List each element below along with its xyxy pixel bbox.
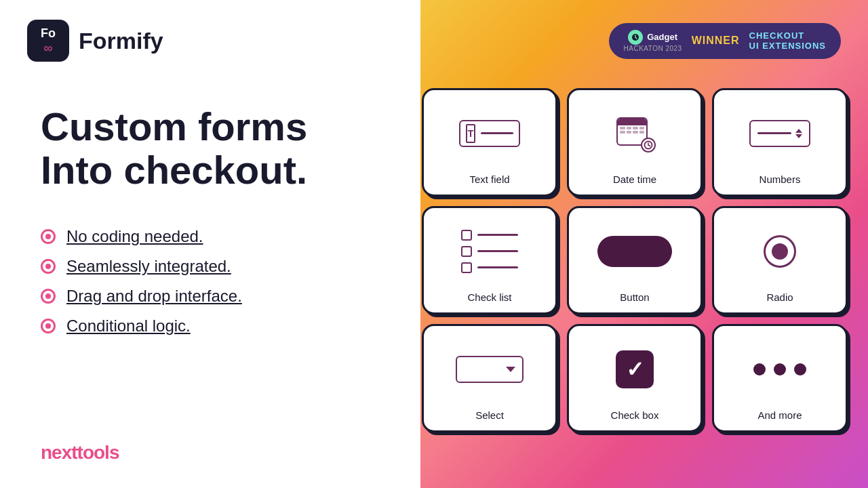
gadget-info: Gadget HACKATON 2023 bbox=[624, 30, 682, 52]
gadget-subtitle: HACKATON 2023 bbox=[624, 45, 682, 52]
hero-line2: Into checkout. bbox=[41, 148, 307, 192]
dot-icon bbox=[794, 363, 806, 375]
component-card-numbers: Numbers bbox=[712, 88, 848, 197]
logo-icon: Fo ∞ bbox=[27, 20, 69, 62]
bullet-icon bbox=[41, 229, 56, 244]
feature-label: No coding needed. bbox=[66, 227, 203, 246]
logo-letters: Fo bbox=[41, 27, 56, 39]
dot-icon bbox=[774, 363, 786, 375]
component-card-button: Button bbox=[567, 206, 703, 314]
app-name: Formify bbox=[79, 28, 163, 54]
checkmark-icon: ✓ bbox=[626, 357, 644, 382]
list-item: Drag and drop interface. bbox=[41, 287, 242, 306]
date-time-icon bbox=[616, 100, 653, 167]
component-label: Radio bbox=[766, 291, 793, 303]
component-label: And more bbox=[757, 409, 802, 421]
button-icon bbox=[597, 218, 672, 285]
bottom-brand: nexttools bbox=[41, 442, 119, 464]
checklist-line-icon bbox=[477, 234, 518, 236]
select-icon bbox=[456, 336, 524, 403]
component-card-and-more: And more bbox=[712, 324, 848, 432]
winner-badge: Gadget HACKATON 2023 WINNER CHECKOUT UI … bbox=[609, 23, 841, 59]
checklist-row bbox=[461, 230, 518, 241]
component-label: Check list bbox=[467, 291, 511, 303]
checkbox-square-icon bbox=[461, 262, 472, 273]
checklist-line-icon bbox=[477, 266, 518, 268]
component-card-select: Select bbox=[422, 324, 557, 432]
dots-icon bbox=[753, 363, 806, 375]
and-more-icon bbox=[753, 336, 806, 403]
checkout-label: CHECKOUT UI EXTENSIONS bbox=[749, 30, 826, 51]
text-line-icon bbox=[481, 132, 513, 134]
text-cursor-icon: T bbox=[466, 124, 475, 143]
hero-heading: Custom forms Into checkout. bbox=[41, 105, 307, 192]
component-label: Select bbox=[475, 409, 504, 421]
checklist-row bbox=[461, 246, 518, 257]
main-heading: Custom forms Into checkout. bbox=[41, 105, 307, 192]
arrow-up-icon bbox=[795, 129, 802, 133]
logo-area: Fo ∞ Formify bbox=[27, 20, 163, 62]
bullet-icon bbox=[41, 319, 56, 333]
component-label: Date time bbox=[613, 174, 656, 185]
component-card-date-time: Date time bbox=[567, 88, 703, 197]
text-field-icon: T bbox=[459, 100, 520, 167]
dot-icon bbox=[753, 363, 766, 375]
numbers-icon bbox=[749, 100, 810, 167]
clock-icon bbox=[644, 140, 653, 150]
feature-label: Drag and drop interface. bbox=[66, 287, 242, 306]
component-label: Button bbox=[620, 291, 649, 303]
dropdown-arrow-icon bbox=[506, 367, 515, 372]
header: Fo ∞ Formify Gadget HACKATON 2023 WINNER… bbox=[0, 0, 868, 81]
bullet-icon bbox=[41, 289, 56, 304]
check-list-icon bbox=[461, 218, 518, 285]
feature-label: Conditional logic. bbox=[66, 317, 191, 336]
stepper-arrows-icon bbox=[795, 129, 802, 138]
bullet-icon bbox=[41, 259, 56, 274]
logo-symbol: ∞ bbox=[44, 42, 53, 54]
pill-button-icon bbox=[597, 236, 672, 267]
checkout-line1: CHECKOUT bbox=[749, 30, 826, 41]
components-grid: T Text field bbox=[422, 88, 848, 432]
select-dropdown-icon bbox=[456, 356, 524, 383]
component-label: Text field bbox=[469, 174, 509, 185]
checkbox-filled-icon: ✓ bbox=[616, 350, 654, 388]
gadget-logo-icon bbox=[628, 30, 643, 45]
checkbox-square-icon bbox=[461, 246, 472, 257]
winner-label: WINNER bbox=[692, 35, 740, 47]
list-item: Conditional logic. bbox=[41, 317, 242, 336]
component-label: Numbers bbox=[760, 174, 801, 185]
feature-list: No coding needed. Seamlessly integrated.… bbox=[41, 227, 242, 346]
feature-label: Seamlessly integrated. bbox=[66, 257, 231, 276]
radio-inner-circle-icon bbox=[772, 243, 788, 260]
component-card-radio: Radio bbox=[712, 206, 848, 314]
list-item: Seamlessly integrated. bbox=[41, 257, 242, 276]
checkbox-square-icon bbox=[461, 230, 472, 241]
hero-line1: Custom forms bbox=[41, 104, 307, 148]
gadget-svg-icon bbox=[631, 33, 640, 42]
component-label: Check box bbox=[611, 409, 659, 421]
checklist-line-icon bbox=[477, 250, 518, 252]
component-card-check-list: Check list bbox=[422, 206, 557, 314]
checklist-row bbox=[461, 262, 518, 273]
component-card-text-field: T Text field bbox=[422, 88, 557, 197]
radio-outer-circle-icon bbox=[764, 235, 796, 268]
arrow-down-icon bbox=[795, 134, 802, 138]
checkout-line2: UI EXTENSIONS bbox=[749, 41, 826, 51]
radio-icon bbox=[764, 218, 796, 285]
gadget-title: Gadget bbox=[647, 32, 677, 42]
check-box-icon: ✓ bbox=[616, 336, 654, 403]
gadget-icon-row: Gadget bbox=[628, 30, 677, 45]
svg-line-3 bbox=[648, 145, 650, 146]
component-card-check-box: ✓ Check box bbox=[567, 324, 703, 432]
list-item: No coding needed. bbox=[41, 227, 242, 246]
